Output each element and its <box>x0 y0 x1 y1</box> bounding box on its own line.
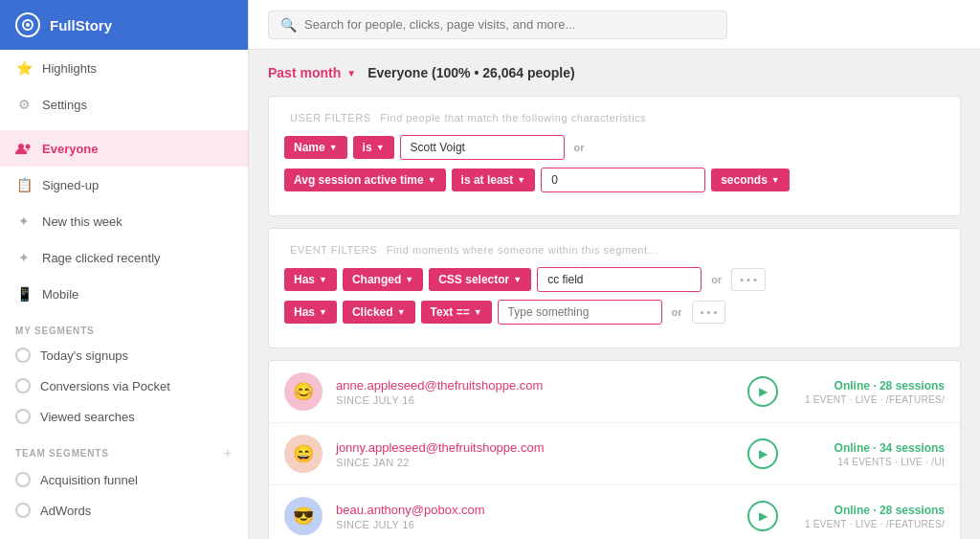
svg-point-1 <box>26 23 30 27</box>
period-label: Past month <box>268 65 341 80</box>
result-row-0[interactable]: 😊 anne.appleseed@thefruitshoppe.com SINC… <box>269 361 960 423</box>
segment-label-signups: Today's signups <box>40 348 128 363</box>
result-events-1: 14 EVENTS · LIVE · /UI <box>791 457 945 467</box>
sidebar-label-rage-clicked: Rage clicked recently <box>42 251 161 265</box>
topbar: 🔍 <box>249 0 980 50</box>
result-sessions-1: Online · 34 sessions 14 EVENTS · LIVE · … <box>791 441 945 467</box>
search-icon: 🔍 <box>280 17 297 33</box>
event-more-2-button[interactable]: • • • <box>692 301 726 324</box>
event-more-1-button[interactable]: • • • <box>731 268 766 291</box>
sidebar-label-highlights: Highlights <box>42 61 97 76</box>
unit-pill[interactable]: seconds ▼ <box>711 168 790 191</box>
search-box[interactable]: 🔍 <box>268 11 727 39</box>
avg-session-pill[interactable]: Avg session active time ▼ <box>284 168 446 191</box>
results-list: 😊 anne.appleseed@thefruitshoppe.com SINC… <box>268 360 961 539</box>
avatar-0: 😊 <box>284 372 323 411</box>
result-status-0: Online · 28 sessions <box>791 379 945 393</box>
avg-session-chevron-icon: ▼ <box>428 175 436 185</box>
segment-dot-5 <box>15 503 31 518</box>
segment-label-conversions: Conversions via Pocket <box>40 379 170 393</box>
text-equals-pill[interactable]: Text == ▼ <box>421 301 492 324</box>
segment-viewed-searches[interactable]: Viewed searches <box>0 401 248 432</box>
settings-icon: ⚙ <box>15 96 33 113</box>
period-selector[interactable]: Past month ▼ <box>268 65 356 80</box>
result-since-2: SINCE JULY 16 <box>336 519 734 530</box>
text-value-input[interactable] <box>498 300 662 325</box>
segment-dot-1 <box>15 348 31 363</box>
has-2-chevron-icon: ▼ <box>319 307 327 317</box>
result-status-2: Online · 28 sessions <box>791 504 945 517</box>
sidebar-label-settings: Settings <box>42 98 87 112</box>
result-events-2: 1 EVENT · LIVE · /FEATURES/ <box>791 519 945 529</box>
logo-icon <box>15 12 40 37</box>
signed-up-icon: 📋 <box>15 176 33 193</box>
sidebar-label-everyone: Everyone <box>42 142 99 156</box>
result-row-1[interactable]: 😄 jonny.appleseed@thefruitshoppe.com SIN… <box>269 423 960 485</box>
has-pill-1[interactable]: Has ▼ <box>284 268 337 291</box>
css-selector-chevron-icon: ▼ <box>513 275 522 284</box>
is-chevron-icon: ▼ <box>376 143 385 152</box>
result-email-1: jonny.appleseed@thefruitshoppe.com <box>336 440 734 455</box>
segment-acquisition-funnel[interactable]: Acquisition funnel <box>0 464 248 495</box>
sidebar-item-new-this-week[interactable]: ✦ New this week <box>0 203 248 239</box>
segment-header: Past month ▼ Everyone (100% • 26,064 peo… <box>268 65 961 80</box>
filter-or-1: or <box>570 142 589 153</box>
sidebar-item-everyone[interactable]: Everyone <box>0 130 248 167</box>
segment-label-adwords: AdWords <box>40 504 91 518</box>
has-pill-2[interactable]: Has ▼ <box>284 301 337 324</box>
content-area: Past month ▼ Everyone (100% • 26,064 peo… <box>249 50 980 539</box>
clicked-chevron-icon: ▼ <box>397 307 406 317</box>
is-at-least-chevron-icon: ▼ <box>517 175 525 185</box>
filter-or-2: or <box>707 274 725 285</box>
segment-label-acquisition: Acquisition funnel <box>40 473 138 487</box>
is-operator-pill[interactable]: is ▼ <box>353 136 394 159</box>
changed-chevron-icon: ▼ <box>405 275 413 284</box>
event-filter-row-1: Has ▼ Changed ▼ CSS selector ▼ or • • • <box>284 267 945 292</box>
segment-description: Everyone (100% • 26,064 people) <box>368 65 575 80</box>
sidebar-item-signed-up[interactable]: 📋 Signed-up <box>0 167 248 203</box>
user-filter-row-1: Name ▼ is ▼ or <box>284 135 945 160</box>
result-row-2[interactable]: 😎 beau.anthony@pobox.com SINCE JULY 16 ▶… <box>269 485 960 539</box>
play-button-1[interactable]: ▶ <box>747 438 778 469</box>
highlights-icon: ⭐ <box>15 59 33 77</box>
result-since-0: SINCE JULY 16 <box>336 394 734 406</box>
search-input[interactable] <box>304 17 715 32</box>
my-segments-label: MY SEGMENTS <box>0 312 248 340</box>
css-value-input[interactable] <box>537 267 702 292</box>
name-value-input[interactable] <box>400 135 565 160</box>
sidebar-label-mobile: Mobile <box>42 287 78 302</box>
segment-adwords[interactable]: AdWords <box>0 495 248 526</box>
segment-dot-4 <box>15 472 31 487</box>
new-this-week-icon: ✦ <box>15 213 33 230</box>
sidebar-item-settings[interactable]: ⚙ Settings <box>0 86 248 123</box>
result-since-1: SINCE JAN 22 <box>336 457 734 468</box>
user-filters-card: USER FILTERS Find people that match the … <box>268 96 961 216</box>
sidebar-logo[interactable]: FullStory <box>0 0 248 50</box>
sidebar-item-rage-clicked[interactable]: ✦ Rage clicked recently <box>0 239 248 276</box>
name-field-pill[interactable]: Name ▼ <box>284 136 347 159</box>
is-at-least-pill[interactable]: is at least ▼ <box>452 168 536 191</box>
segment-todays-signups[interactable]: Today's signups <box>0 340 248 371</box>
play-button-2[interactable]: ▶ <box>747 501 778 531</box>
segment-conversions-pocket[interactable]: Conversions via Pocket <box>0 371 248 401</box>
avatar-2: 😎 <box>284 497 323 535</box>
changed-pill[interactable]: Changed ▼ <box>343 268 423 291</box>
sidebar-item-mobile[interactable]: 📱 Mobile <box>0 276 248 312</box>
clicked-pill[interactable]: Clicked ▼ <box>343 301 415 324</box>
filter-or-3: or <box>668 306 686 318</box>
app-name: FullStory <box>50 17 112 34</box>
css-selector-pill[interactable]: CSS selector ▼ <box>429 268 531 291</box>
result-info-1: jonny.appleseed@thefruitshoppe.com SINCE… <box>336 440 734 468</box>
event-filter-row-2: Has ▼ Clicked ▼ Text == ▼ or • • • <box>284 300 945 325</box>
sidebar-label-signed-up: Signed-up <box>42 178 99 192</box>
user-filter-row-2: Avg session active time ▼ is at least ▼ … <box>284 168 945 192</box>
min-value-input[interactable] <box>541 168 705 192</box>
text-equals-chevron-icon: ▼ <box>474 307 482 317</box>
result-email-0: anne.appleseed@thefruitshoppe.com <box>336 378 734 393</box>
svg-point-3 <box>26 145 31 149</box>
play-button-0[interactable]: ▶ <box>747 376 778 407</box>
unit-chevron-icon: ▼ <box>771 175 780 185</box>
segment-dot-3 <box>15 409 31 424</box>
sidebar-item-highlights[interactable]: ⭐ Highlights <box>0 50 248 86</box>
everyone-icon <box>15 140 33 157</box>
